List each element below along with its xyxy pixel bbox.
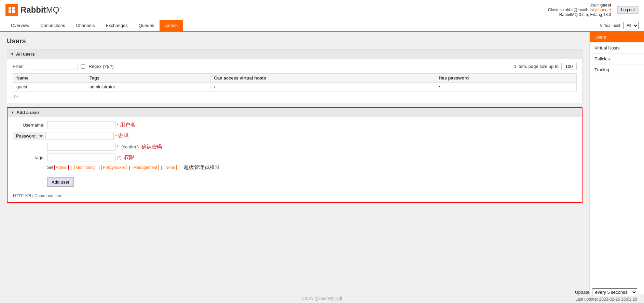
- username-annotation: 用户名: [120, 122, 135, 128]
- cell-tags: administrator: [86, 83, 210, 91]
- cluster-change-link[interactable]: (change): [595, 8, 611, 12]
- http-api-link[interactable]: HTTP API: [13, 193, 31, 198]
- username-input[interactable]: [47, 121, 115, 129]
- confirm-password-row: * (confirm) 确认密码: [13, 143, 576, 151]
- add-user-title: Add a user: [16, 110, 39, 115]
- table-row: guest administrator / •: [13, 83, 577, 91]
- svg-rect-1: [9, 7, 11, 10]
- confirm-annotation: 确认密码: [141, 144, 162, 150]
- password-annotation: 密码: [118, 133, 128, 139]
- svg-rect-0: [7, 5, 16, 15]
- tab-exchanges[interactable]: Exchanges: [100, 20, 133, 31]
- sidebar-item-tracing[interactable]: Tracing: [590, 64, 644, 75]
- tab-connections[interactable]: Connections: [35, 20, 70, 31]
- logo-area: RabbitMQ™: [5, 4, 62, 16]
- logout-button[interactable]: Log out: [617, 6, 639, 14]
- cell-password: •: [435, 83, 577, 91]
- users-table: Name Tags Can access virtual hosts Has p…: [13, 73, 577, 91]
- username-label: Username:: [13, 122, 47, 128]
- page-size-input[interactable]: [561, 63, 577, 70]
- add-user-section-header[interactable]: ▼ Add a user: [8, 108, 582, 117]
- virtual-host-select[interactable]: All /: [624, 22, 639, 29]
- all-users-title: All users: [16, 52, 35, 57]
- tab-admin[interactable]: Admin: [160, 20, 183, 31]
- col-password: Has password: [435, 74, 577, 83]
- tags-row: Tags: (?) 权限: [13, 154, 576, 161]
- tags-label: Tags:: [13, 155, 47, 160]
- add-user-section: ▼ Add a user Username: * 用户名 Password: H…: [7, 107, 583, 203]
- update-interval-select[interactable]: every 5 seconds every 10 seconds every 3…: [592, 288, 637, 294]
- tab-queues[interactable]: Queues: [133, 20, 160, 31]
- tag-monitoring[interactable]: Monitoring: [74, 165, 96, 170]
- col-name: Name: [13, 74, 86, 83]
- add-user-btn-row: Add user: [13, 175, 576, 187]
- collapse-arrow: ▼: [11, 52, 14, 56]
- confirm-password-input[interactable]: [47, 143, 115, 151]
- set-label: Set: [47, 165, 53, 170]
- tab-channels[interactable]: Channels: [70, 20, 100, 31]
- all-users-section-header[interactable]: ▼ All users: [7, 49, 582, 59]
- sidebar: Users Virtual Hosts Policies Tracing: [589, 32, 644, 294]
- sidebar-item-virtual-hosts[interactable]: Virtual Hosts: [590, 43, 644, 54]
- add-user-arrow: ▼: [11, 111, 14, 114]
- sep2: |: [99, 165, 100, 170]
- regex-checkbox[interactable]: [81, 64, 85, 69]
- regex-label: Regex (?)(?): [89, 64, 114, 69]
- all-users-section: ▼ All users Filter: Regex (?)(?) 1 item,…: [7, 49, 583, 103]
- sidebar-item-users[interactable]: Users: [590, 32, 644, 43]
- tags-annotation: 权限: [124, 154, 134, 161]
- col-tags: Tags: [86, 74, 210, 83]
- version-info: RabbitMQ 3.6.5, Erlang 18.3: [559, 12, 611, 17]
- cell-vhosts: /: [210, 83, 435, 91]
- cluster-value: rabbit@localhost: [563, 8, 594, 12]
- user-label: User:: [589, 3, 599, 8]
- rabbitmq-logo-icon: [5, 4, 18, 16]
- sep4: |: [161, 165, 162, 170]
- sep1: |: [71, 165, 72, 170]
- tags-qmark: (?): [117, 156, 121, 160]
- nav-tabs: Overview Connections Channels Exchanges …: [5, 20, 183, 31]
- items-info: 1 item, page size up to: [514, 64, 559, 69]
- top-bar: RabbitMQ™ User: guest Cluster: rabbit@lo…: [0, 0, 644, 20]
- command-line-link[interactable]: Command Line: [35, 193, 62, 198]
- update-bar: Update every 5 seconds every 10 seconds …: [575, 288, 637, 294]
- svg-rect-2: [12, 7, 15, 10]
- password-row: Password: Hash: * 密码: [13, 132, 576, 140]
- tag-management[interactable]: Management: [132, 165, 159, 170]
- filter-input[interactable]: [27, 63, 78, 70]
- tag-policymaker[interactable]: Policymaker: [101, 165, 126, 170]
- filter-label: Filter:: [13, 64, 24, 69]
- virtual-host-area: Virtual host: All /: [600, 22, 639, 29]
- tags-input[interactable]: [47, 154, 115, 161]
- sep3: |: [129, 165, 130, 170]
- col-vhosts: Can access virtual hosts: [210, 74, 435, 83]
- svg-rect-4: [12, 10, 15, 13]
- admin-annotation: 超级管理员权限: [184, 164, 220, 170]
- cluster-label: Cluster:: [548, 8, 562, 12]
- page-title: Users: [7, 37, 583, 45]
- tab-overview[interactable]: Overview: [5, 20, 35, 31]
- content-area: Users ▼ All users Filter: Regex (?)(?) 1…: [0, 32, 589, 294]
- cell-name: guest: [13, 83, 86, 91]
- confirm-label: (confirm): [121, 144, 139, 149]
- update-label: Update: [575, 290, 589, 294]
- add-user-button[interactable]: Add user: [47, 177, 74, 187]
- filter-row: Filter: Regex (?)(?) 1 item, page size u…: [13, 63, 577, 70]
- logo-text: RabbitMQ™: [20, 5, 62, 15]
- password-input[interactable]: [45, 132, 114, 140]
- sidebar-item-policies[interactable]: Policies: [590, 54, 644, 64]
- main-layout: Users ▼ All users Filter: Regex (?)(?) 1…: [0, 32, 644, 294]
- set-tags-row: Set Admin | Monitoring | Policymaker | M…: [47, 164, 576, 171]
- tag-admin[interactable]: Admin: [54, 165, 69, 170]
- confirm-asterisk: *: [117, 144, 119, 149]
- nav-bar: Overview Connections Channels Exchanges …: [0, 20, 644, 32]
- username-asterisk: *: [117, 122, 119, 128]
- username-row: Username: * 用户名: [13, 121, 576, 129]
- footer-links: HTTP API | Command Line: [13, 193, 576, 198]
- all-users-body: Filter: Regex (?)(?) 1 item, page size u…: [7, 59, 582, 103]
- tag-none[interactable]: None: [164, 165, 177, 170]
- username-display: guest: [600, 3, 611, 8]
- password-type-select[interactable]: Password: Hash:: [13, 132, 44, 140]
- password-asterisk: *: [115, 133, 117, 139]
- add-user-body: Username: * 用户名 Password: Hash: * 密码: [8, 117, 582, 202]
